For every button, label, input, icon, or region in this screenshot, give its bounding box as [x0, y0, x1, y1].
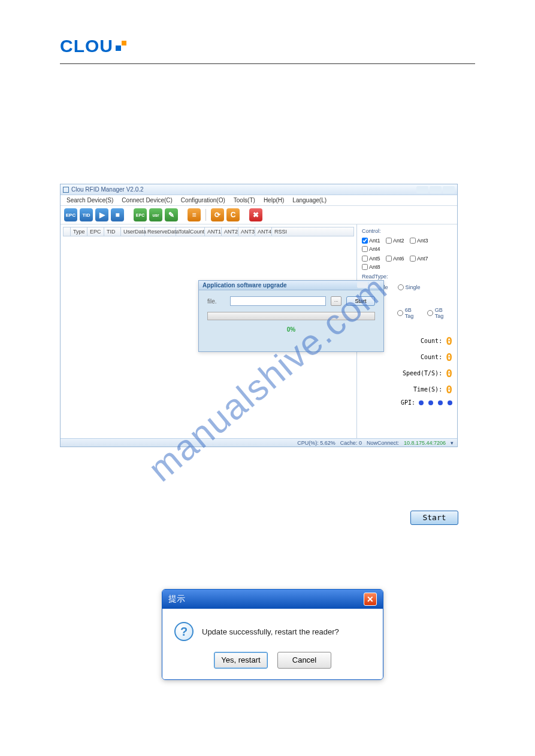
redo-icon[interactable]: C — [226, 208, 240, 221]
menu-language[interactable]: Language(L) — [292, 197, 327, 204]
ant4-checkbox[interactable]: Ant4 — [362, 246, 383, 252]
stat-count2-label: Count: — [421, 354, 442, 360]
epc-edit-icon[interactable]: EPC — [134, 208, 147, 221]
upgrade-body: file. ... Start 0% — [199, 290, 383, 339]
ant1-checkbox[interactable]: Ant1 — [362, 238, 383, 244]
file-label: file. — [207, 298, 225, 305]
th-epc[interactable]: EPC — [87, 227, 104, 236]
stat-count1-label: Count: — [421, 338, 442, 344]
question-icon: ? — [174, 622, 194, 641]
upgrade-minimize-icon[interactable] — [357, 282, 368, 288]
th-ant1[interactable]: ANT1 — [205, 227, 222, 236]
browse-button[interactable]: ... — [331, 296, 341, 306]
cancel-button[interactable]: Cancel — [277, 652, 331, 669]
list-icon[interactable]: ≡ — [188, 208, 201, 221]
restart-titlebar[interactable]: 提示 ✕ — [162, 590, 383, 609]
menu-search-device[interactable]: Search Device(S) — [67, 197, 113, 204]
tagtype-gb[interactable]: GB Tag — [427, 307, 452, 319]
gpi-dot-icon — [438, 400, 443, 405]
antenna-row-1: Ant1 Ant2 Ant3 Ant4 — [362, 238, 452, 252]
upgrade-title-text: Application software upgrade — [202, 282, 287, 289]
stat-time-label: Time(S): — [413, 386, 442, 393]
stat-count2-val: 0 — [446, 351, 452, 363]
toolbar: EPC TID ▶ ■ EPC usr ✎ ≡ ⟳ C ✖ — [61, 206, 457, 224]
logo-text: CLOU — [60, 36, 113, 56]
th-ant2[interactable]: ANT2 — [222, 227, 238, 236]
stat-count2: Count: 0 — [362, 351, 452, 363]
menu-help[interactable]: Help(H) — [264, 197, 284, 204]
stat-time-val: 0 — [446, 383, 452, 396]
upgrade-dialog: Application software upgrade file. ... S… — [198, 280, 384, 352]
ant7-checkbox[interactable]: Ant7 — [410, 256, 431, 262]
upgrade-close-icon[interactable] — [369, 282, 380, 288]
th-type[interactable]: Type — [71, 227, 87, 236]
gpi-dots — [419, 400, 452, 405]
yes-restart-button[interactable]: Yes, restart — [214, 652, 268, 669]
start-button[interactable]: Start — [410, 511, 458, 525]
file-input[interactable] — [230, 296, 326, 306]
th-userdata[interactable]: UserData — [121, 227, 145, 236]
stat-speed-label: Speed(T/S): — [403, 370, 442, 377]
stop-icon[interactable]: ■ — [111, 208, 124, 221]
restart-close-button[interactable]: ✕ — [364, 593, 377, 606]
window-controls — [416, 186, 455, 193]
menubar: Search Device(S) Connect Device(C) Confi… — [61, 195, 457, 206]
tid-icon[interactable]: TID — [80, 208, 93, 221]
restart-message-row: ? Update successfully, restart the reade… — [174, 622, 371, 641]
play-icon[interactable]: ▶ — [95, 208, 108, 221]
th-checkbox[interactable] — [64, 227, 71, 236]
th-totalcount[interactable]: TotalCount — [176, 227, 205, 236]
progress-bar — [207, 312, 375, 320]
refresh-icon[interactable]: ⟳ — [211, 208, 224, 221]
restart-buttons: Yes, restart Cancel — [174, 652, 371, 669]
readtype-single[interactable]: Single — [398, 284, 421, 290]
th-ant4[interactable]: ANT4 — [255, 227, 272, 236]
status-cache: Cache: 0 — [340, 440, 362, 446]
th-tid[interactable]: TID — [104, 227, 121, 236]
menu-connect-device[interactable]: Connect Device(C) — [122, 197, 172, 204]
ant6-checkbox[interactable]: Ant6 — [386, 256, 407, 262]
upgrade-titlebar[interactable]: Application software upgrade — [199, 281, 383, 290]
gpi-dot-icon — [448, 400, 452, 405]
restart-title-text: 提示 — [168, 594, 185, 605]
gpi-dot-icon — [419, 400, 424, 405]
th-rssi[interactable]: RSSI — [272, 227, 289, 236]
minimize-icon[interactable] — [416, 186, 428, 193]
status-nowconnect-label: NowConnect: — [367, 440, 399, 446]
stat-count1-val: 0 — [446, 335, 452, 347]
app-icon — [63, 187, 69, 193]
stop2-icon[interactable]: ✖ — [249, 208, 262, 221]
ant5-checkbox[interactable]: Ant5 — [362, 256, 383, 262]
restart-dialog: 提示 ✕ ? Update successfully, restart the … — [162, 589, 383, 680]
status-dropdown-icon[interactable]: ▾ — [451, 440, 454, 446]
write-icon[interactable]: ✎ — [165, 208, 178, 221]
app-window: Clou RFID Manager V2.0.2 Search Device(S… — [60, 184, 458, 447]
page-header: CLOU — [60, 36, 475, 64]
ant8-checkbox[interactable]: Ant8 — [362, 264, 383, 270]
ant2-checkbox[interactable]: Ant2 — [386, 238, 407, 244]
file-row: file. ... Start — [207, 296, 375, 306]
upgrade-start-button[interactable]: Start — [346, 296, 375, 306]
gpi-label: GPI: — [401, 399, 415, 406]
menu-configuration[interactable]: Configuration(O) — [181, 197, 225, 204]
titlebar[interactable]: Clou RFID Manager V2.0.2 — [61, 184, 457, 195]
restart-body: ? Update successfully, restart the reade… — [162, 609, 383, 679]
menu-tools[interactable]: Tools(T) — [234, 197, 255, 204]
restart-message: Update successfully, restart the reader? — [202, 627, 339, 636]
close-icon[interactable] — [443, 186, 455, 193]
maximize-icon[interactable] — [430, 186, 442, 193]
readtype-label: ReadType: — [362, 274, 452, 280]
progress-percent: 0% — [207, 326, 375, 333]
ant3-checkbox[interactable]: Ant3 — [410, 238, 431, 244]
th-reservedata[interactable]: ReserveData — [145, 227, 176, 236]
window-title: Clou RFID Manager V2.0.2 — [71, 186, 144, 193]
logo-mark-icon — [116, 41, 126, 51]
epc-icon[interactable]: EPC — [64, 208, 77, 221]
th-ant3[interactable]: ANT3 — [238, 227, 255, 236]
table-header: Type EPC TID UserData ReserveData TotalC… — [63, 227, 354, 236]
tagtype-6b[interactable]: 6B Tag — [397, 307, 421, 319]
status-cpu: CPU(%): 5.62% — [297, 440, 335, 446]
stat-speed: Speed(T/S): 0 — [362, 367, 452, 379]
user-data-icon[interactable]: usr — [149, 208, 162, 221]
stat-speed-val: 0 — [446, 367, 452, 379]
